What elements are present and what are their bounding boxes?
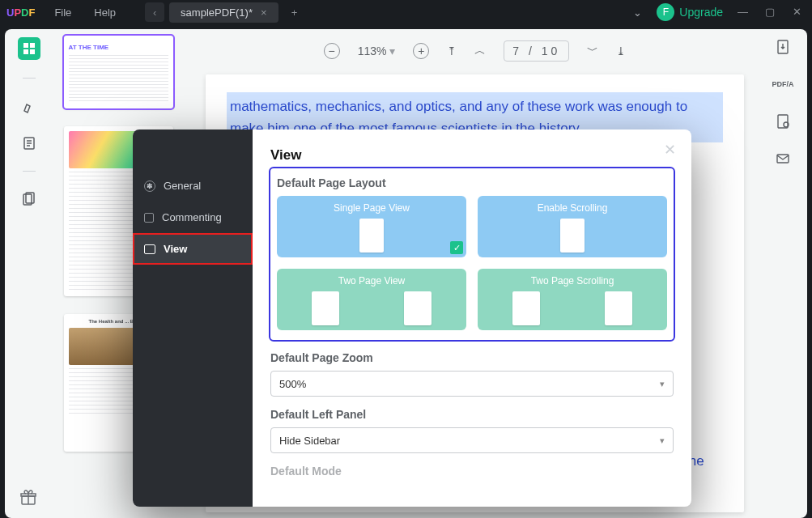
settings-tab-view[interactable]: View xyxy=(133,233,253,265)
right-toolbar: PDF/A xyxy=(759,29,807,518)
zoom-out-button[interactable]: − xyxy=(324,43,340,59)
tab-dropdown[interactable]: ⌄ xyxy=(633,6,642,19)
thumb-heading: AT THE TIME xyxy=(69,44,168,52)
settings-sidebar: ✽General Commenting View xyxy=(133,130,253,507)
group-label: Default Page Layout xyxy=(277,176,667,189)
layout-option-single-page[interactable]: Single Page View ✓ xyxy=(277,196,466,257)
pages-icon[interactable] xyxy=(19,189,39,209)
window-maximize[interactable]: ▢ xyxy=(765,6,778,19)
upgrade-button[interactable]: F Upgrade xyxy=(657,3,723,21)
next-page-button[interactable]: ﹀ xyxy=(587,44,598,58)
settings-tab-commenting[interactable]: Commenting xyxy=(133,202,253,233)
user-avatar: F xyxy=(657,3,674,21)
page-thumbnail[interactable]: AT THE TIME xyxy=(64,36,173,108)
gear-icon: ✽ xyxy=(144,180,155,192)
first-page-button[interactable]: ⤒ xyxy=(447,45,457,57)
default-zoom-select[interactable]: 500% ▾ xyxy=(270,371,674,397)
default-mode-group: Default Mode xyxy=(270,465,674,478)
default-page-layout-group: Default Page Layout Single Page View ✓ E… xyxy=(270,168,674,340)
window-minimize[interactable]: — xyxy=(738,6,750,19)
chevron-down-icon: ▾ xyxy=(660,435,665,446)
option-label: Enable Scrolling xyxy=(483,199,662,219)
svg-rect-0 xyxy=(23,43,28,48)
default-left-panel-group: Default Left Panel Hide Sidebar ▾ xyxy=(270,408,674,453)
menu-file[interactable]: File xyxy=(54,6,71,19)
menu-help[interactable]: Help xyxy=(94,6,116,19)
svg-rect-10 xyxy=(777,155,789,163)
workspace: AT THE TIME The Health and ... Benef... … xyxy=(5,29,807,518)
prev-page-button[interactable]: ︿ xyxy=(474,44,486,58)
document-tab[interactable]: samplePDF(1)* × xyxy=(169,2,278,23)
highlight-icon[interactable] xyxy=(19,96,39,116)
option-preview xyxy=(359,219,384,253)
group-label: Default Left Panel xyxy=(270,408,674,421)
tab-add-button[interactable]: + xyxy=(285,2,304,22)
last-page-button[interactable]: ⤓ xyxy=(616,45,626,57)
select-value: 500% xyxy=(279,378,306,390)
upgrade-label: Upgrade xyxy=(679,6,723,19)
settings-content: View Default Page Layout Single Page Vie… xyxy=(253,130,691,507)
group-label: Default Mode xyxy=(270,465,674,478)
protect-icon[interactable] xyxy=(773,112,793,131)
mail-icon[interactable] xyxy=(773,149,793,168)
page-toolbar: − 113% ▾ + ⤒ ︿ 7 / 10 ﹀ ⤓ xyxy=(191,34,759,68)
window-close[interactable]: ✕ xyxy=(793,6,806,19)
page-indicator[interactable]: 7 / 10 xyxy=(504,40,569,62)
select-value: Hide Sidebar xyxy=(279,435,340,447)
comment-icon xyxy=(144,213,154,223)
chevron-down-icon: ▾ xyxy=(660,379,665,389)
layout-option-two-page-scrolling[interactable]: Two Page Scrolling xyxy=(478,269,667,330)
book-icon xyxy=(144,244,155,254)
layout-option-two-page[interactable]: Two Page View xyxy=(277,269,466,330)
option-label: Two Page View xyxy=(282,272,461,291)
gift-icon[interactable] xyxy=(19,489,37,507)
zoom-level[interactable]: 113% ▾ xyxy=(358,45,396,57)
tab-strip: ‹ samplePDF(1)* × + xyxy=(145,2,304,23)
pdfa-icon[interactable]: PDF/A xyxy=(773,74,793,94)
toolbar-divider xyxy=(23,171,36,172)
check-icon: ✓ xyxy=(450,241,463,254)
zoom-in-button[interactable]: + xyxy=(413,43,429,59)
option-label: Single Page View xyxy=(282,199,461,219)
svg-rect-3 xyxy=(30,49,35,54)
svg-rect-2 xyxy=(23,49,28,54)
tab-close-button[interactable]: × xyxy=(261,6,267,19)
settings-tab-general[interactable]: ✽General xyxy=(133,170,253,202)
tab-title: samplePDF(1)* xyxy=(181,6,253,19)
option-label: Two Page Scrolling xyxy=(483,272,662,291)
layout-option-enable-scrolling[interactable]: Enable Scrolling xyxy=(478,196,667,257)
export-icon[interactable] xyxy=(773,37,793,57)
settings-title: View xyxy=(270,147,674,163)
settings-dialog: ✕ ✽General Commenting View View Default … xyxy=(133,130,691,507)
option-preview xyxy=(512,291,540,325)
default-page-zoom-group: Default Page Zoom 500% ▾ xyxy=(270,351,674,397)
thumbnails-icon[interactable] xyxy=(18,37,40,60)
bookmarks-icon[interactable] xyxy=(19,134,39,153)
toolbar-divider xyxy=(23,78,36,79)
option-preview xyxy=(560,219,585,253)
svg-rect-1 xyxy=(30,43,35,48)
tab-prev-button[interactable]: ‹ xyxy=(145,2,164,22)
default-left-panel-select[interactable]: Hide Sidebar ▾ xyxy=(270,427,674,453)
option-preview xyxy=(605,291,632,325)
option-preview xyxy=(312,291,339,325)
titlebar: UPDF File Help ‹ samplePDF(1)* × + ⌄ F U… xyxy=(0,0,812,24)
svg-rect-8 xyxy=(778,115,788,128)
option-preview xyxy=(404,291,432,325)
group-label: Default Page Zoom xyxy=(270,351,674,364)
left-toolbar xyxy=(5,29,53,518)
app-logo: UPDF xyxy=(6,6,35,19)
